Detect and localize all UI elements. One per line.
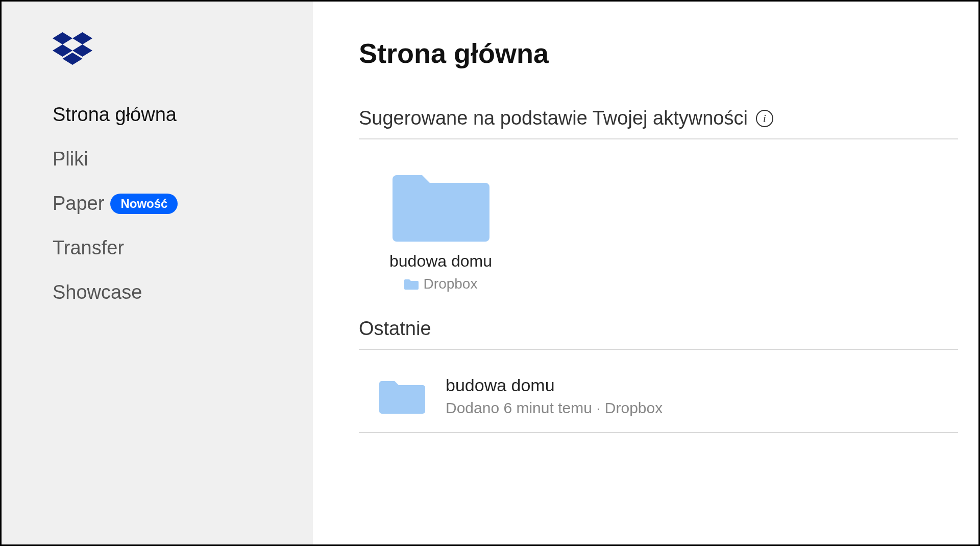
suggested-item-location: Dropbox	[404, 276, 478, 292]
suggested-item-name: budowa domu	[389, 252, 492, 271]
svg-marker-0	[53, 32, 72, 44]
suggested-item-location-text: Dropbox	[424, 276, 478, 292]
recent-heading: Ostatnie	[359, 318, 958, 340]
nav-item-transfer[interactable]: Transfer	[53, 237, 287, 259]
nav-label: Strona główna	[53, 104, 177, 126]
svg-marker-1	[72, 32, 92, 44]
nav-item-showcase[interactable]: Showcase	[53, 281, 287, 303]
page-title: Strona główna	[359, 37, 958, 69]
dropbox-logo[interactable]	[27, 32, 287, 68]
recent-item-name: budowa domu	[446, 375, 663, 395]
sidebar: Strona główna Pliki Paper Nowość Transfe…	[2, 2, 313, 544]
recent-heading-text: Ostatnie	[359, 318, 431, 340]
nav-label: Paper	[53, 193, 104, 215]
folder-small-icon	[404, 278, 419, 290]
folder-icon	[379, 377, 425, 416]
nav-item-files[interactable]: Pliki	[53, 148, 287, 170]
recent-item[interactable]: budowa domu Dodano 6 minut temu · Dropbo…	[359, 365, 958, 427]
nav-label: Transfer	[53, 237, 124, 259]
recent-item-meta: Dodano 6 minut temu · Dropbox	[446, 399, 663, 417]
suggested-item[interactable]: budowa domu Dropbox	[359, 155, 523, 297]
divider	[359, 349, 958, 350]
suggested-heading: Sugerowane na podstawie Twojej aktywnośc…	[359, 107, 958, 129]
nav-item-paper[interactable]: Paper Nowość	[53, 193, 287, 215]
folder-icon	[393, 165, 489, 244]
recent-section: Ostatnie budowa domu Dodano 6 minut temu…	[359, 318, 958, 433]
new-badge: Nowość	[110, 194, 178, 214]
info-icon[interactable]: i	[756, 110, 773, 127]
main-content: Strona główna Sugerowane na podstawie Tw…	[313, 2, 978, 544]
nav-label: Showcase	[53, 281, 142, 303]
nav-label: Pliki	[53, 148, 88, 170]
divider	[359, 138, 958, 139]
suggested-section: Sugerowane na podstawie Twojej aktywnośc…	[359, 107, 958, 297]
recent-item-text: budowa domu Dodano 6 minut temu · Dropbo…	[446, 375, 663, 417]
nav-list: Strona główna Pliki Paper Nowość Transfe…	[27, 104, 287, 303]
suggested-heading-text: Sugerowane na podstawie Twojej aktywnośc…	[359, 107, 748, 129]
divider	[359, 432, 958, 433]
nav-item-home[interactable]: Strona główna	[53, 104, 287, 126]
